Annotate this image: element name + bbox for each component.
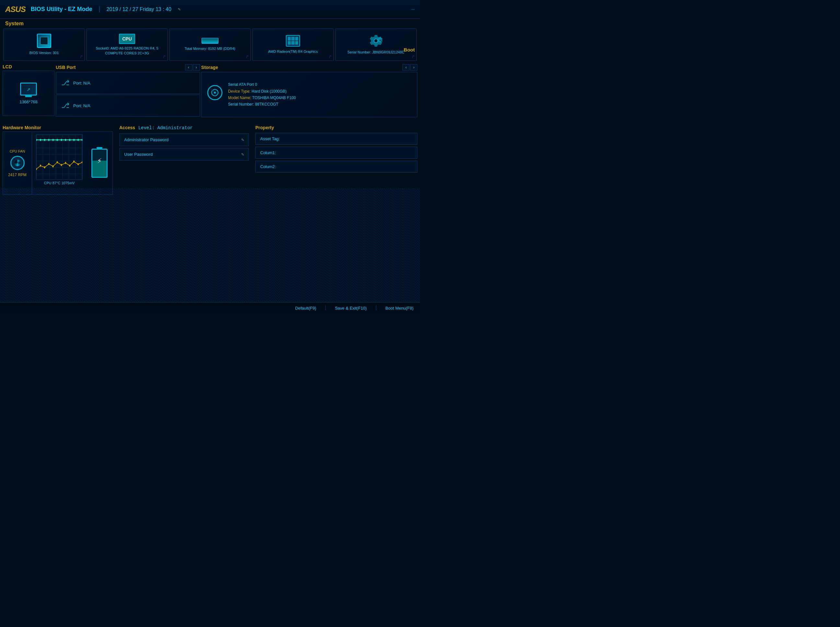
- lcd-resolution: 1366*768: [19, 99, 38, 104]
- bios-version-text: BIOS Version: 301: [30, 50, 59, 55]
- memory-info-text: Total Memory: 8192 MB (DDR4): [185, 46, 235, 51]
- gpu-icon: [286, 35, 300, 47]
- user-password-label: User Password: [124, 152, 153, 157]
- usb-prev-button[interactable]: ‹: [185, 64, 192, 71]
- storage-card: Serial ATA Port 0 Device Type: Hard Disk…: [201, 72, 417, 117]
- svg-point-1: [379, 39, 381, 41]
- column2-field: Colum2:: [255, 161, 417, 173]
- usb-label: USB Port: [56, 65, 76, 70]
- footer-divider-2: |: [375, 305, 378, 311]
- svg-point-10: [52, 139, 54, 141]
- storage-prev-button[interactable]: ‹: [403, 64, 410, 71]
- cpu-card[interactable]: CPU Socket0: AMD A6-9225 RADEON R4, 5 CO…: [86, 28, 168, 61]
- graph-canvas: [36, 134, 83, 180]
- usb-port-1: ⎇ Port: N/A: [56, 72, 200, 94]
- svg-point-6: [36, 139, 37, 141]
- chip-icon: [37, 34, 51, 48]
- svg-point-11: [57, 139, 58, 141]
- usb-port-2-text: Port: N/A: [73, 103, 90, 108]
- lcd-section: LCD ↗ 1366*768: [3, 64, 54, 123]
- memory-card[interactable]: Total Memory: 8192 MB (DDR4) ↱: [169, 28, 251, 61]
- header-title: BIOS Utility - EZ Mode: [31, 6, 92, 13]
- storage-port-label: Serial ATA Port 0: [228, 81, 296, 88]
- usb-section: USB Port ‹ › ⎇ Port: N/A ⎇ Port: N/A: [56, 64, 200, 123]
- svg-point-14: [69, 139, 70, 141]
- gpu-card[interactable]: AMD Radeon(TM) R4 Graphics ↱: [252, 28, 334, 61]
- cpu-icon: CPU: [119, 34, 135, 44]
- cpu-fan-panel: CPU FAN 2417 RPM: [3, 132, 32, 194]
- storage-serial-value: 88TKCCOGT: [255, 102, 278, 107]
- header-datetime: 2019 / 12 / 27 Friday 13 : 40: [107, 6, 171, 12]
- usb-next-button[interactable]: ›: [193, 64, 200, 71]
- svg-point-24: [61, 164, 62, 166]
- svg-point-25: [65, 162, 66, 164]
- footer-divider-1: |: [324, 305, 327, 311]
- svg-point-20: [44, 167, 45, 169]
- storage-info: Serial ATA Port 0 Device Type: Hard Disk…: [228, 81, 296, 108]
- cpu-fan-label: CPU FAN: [10, 149, 25, 153]
- serial-card-arrow: ↱: [412, 54, 414, 59]
- serial-info-text: Serial Number: JBN0GR09J21248C: [347, 50, 404, 55]
- header: ASUS BIOS Utility - EZ Mode | 2019 / 12 …: [0, 0, 420, 19]
- usb-icon-1: ⎇: [61, 79, 69, 87]
- fan-rpm-value: 2417 RPM: [8, 173, 27, 177]
- save-exit-button[interactable]: Save & Exit(F10): [335, 306, 366, 310]
- default-button[interactable]: Default(F9): [295, 306, 316, 310]
- column2-label: Colum2:: [260, 164, 276, 169]
- usb-port-2: ⎇ Port: N/A: [56, 95, 200, 117]
- lcd-card[interactable]: ↗ 1366*768: [3, 71, 54, 116]
- usb-icon-2: ⎇: [61, 101, 69, 110]
- svg-point-4: [214, 91, 216, 94]
- svg-point-16: [77, 139, 79, 141]
- svg-point-22: [52, 165, 54, 167]
- admin-password-edit-icon[interactable]: ✎: [242, 137, 244, 142]
- svg-point-8: [44, 139, 45, 141]
- boot-menu-button[interactable]: Boot Menu(F8): [385, 306, 414, 310]
- bios-card[interactable]: BIOS Version: 301 ↱: [3, 28, 85, 61]
- cpu-stats-text: CPU 87°C 1075mV: [36, 181, 83, 185]
- storage-model-value: TOSHIBA MQ04AB F100: [252, 96, 296, 100]
- column1-label: Colum1:: [260, 150, 276, 155]
- header-divider: |: [98, 6, 101, 13]
- storage-section: Storage ‹ › Serial ATA Port 0: [201, 64, 417, 123]
- svg-point-19: [40, 164, 41, 167]
- access-level-text: Level: Administrator: [138, 125, 193, 131]
- battery-panel: ⚡: [87, 132, 112, 194]
- admin-password-field[interactable]: Administrator Password ✎: [119, 134, 249, 146]
- svg-point-21: [48, 163, 50, 165]
- gpu-info-text: AMD Radeon(TM) R4 Graphics: [268, 49, 317, 54]
- storage-device-type-label: Device Type:: [228, 89, 251, 94]
- fan-circle-icon: [10, 156, 25, 170]
- user-password-edit-icon[interactable]: ✎: [242, 151, 244, 157]
- storage-device-type-value: Hard Disk (1000GB): [251, 89, 286, 94]
- storage-next-button[interactable]: ›: [410, 64, 417, 71]
- gear-icon: [369, 34, 382, 47]
- svg-point-29: [82, 161, 82, 163]
- edit-datetime-icon[interactable]: ✎: [178, 6, 180, 12]
- middle-section: LCD ↗ 1366*768 USB Port ‹ › ⎇ Port: N/A: [0, 64, 420, 123]
- svg-point-9: [48, 139, 50, 141]
- cpu-card-arrow: ↱: [163, 54, 166, 59]
- svg-point-26: [69, 164, 70, 167]
- storage-label: Storage: [201, 65, 218, 70]
- property-label: Property: [255, 125, 417, 130]
- svg-point-27: [73, 161, 74, 162]
- bios-card-arrow: ↱: [81, 54, 83, 59]
- memory-icon: [202, 38, 218, 44]
- user-password-field[interactable]: User Password ✎: [119, 148, 249, 161]
- gpu-card-arrow: ↱: [329, 54, 332, 59]
- monitor-icon: ↗: [20, 83, 37, 96]
- column1-field: Colum1:: [255, 147, 417, 159]
- serial-card[interactable]: Serial Number: JBN0GR09J21248C ↱: [335, 28, 417, 61]
- bottom-section: Hardware Monitor CPU FAN 2417 RPM: [0, 124, 420, 196]
- hw-monitor-label: Hardware Monitor: [3, 125, 113, 130]
- svg-point-7: [40, 139, 41, 141]
- system-label: System: [0, 19, 420, 28]
- graph-panel: CPU 87°C 1075mV: [33, 132, 85, 194]
- svg-point-28: [77, 163, 79, 165]
- svg-point-13: [65, 139, 66, 141]
- footer: Default(F9) | Save & Exit(F10) | Boot Me…: [0, 302, 420, 314]
- battery-bolt-icon: ⚡: [97, 156, 102, 165]
- storage-model-label: Model Name:: [228, 96, 251, 100]
- hardware-monitor-section: Hardware Monitor CPU FAN 2417 RPM: [3, 125, 113, 195]
